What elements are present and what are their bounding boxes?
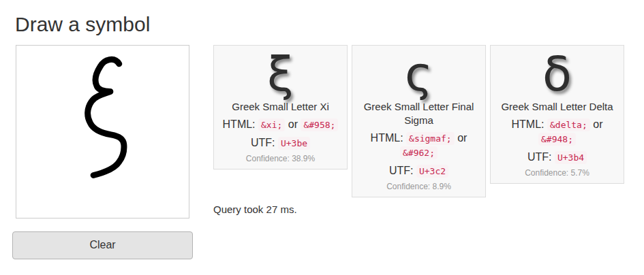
query-status: Query took 27 ms. (213, 204, 628, 215)
html-label: HTML: (371, 132, 403, 144)
drawn-symbol (16, 46, 189, 218)
result-symbol-name: Greek Small Letter Xi (221, 100, 340, 114)
html-label: HTML: (512, 118, 545, 130)
result-glyph: ς (359, 46, 478, 100)
clear-button[interactable]: Clear (12, 231, 193, 259)
drawn-symbol-stroke (88, 59, 124, 175)
result-glyph: δ (497, 46, 617, 100)
html-entity-numeric: &#962; (400, 146, 438, 159)
html-entity-named: &delta; (547, 118, 590, 131)
main-content: Clear ξ Greek Small Letter Xi HTML: &xi;… (12, 45, 644, 259)
or-word: or (593, 118, 602, 130)
result-html-line: HTML: &xi; or &#958; (221, 118, 340, 132)
result-html-line: HTML: &delta; or &#948; (497, 118, 617, 146)
html-entity-named: &xi; (258, 118, 285, 131)
result-utf-line: UTF: U+3c2 (359, 164, 478, 178)
page-title: Draw a symbol (15, 14, 644, 35)
result-html-line: HTML: &sigmaf; or &#962; (359, 131, 478, 160)
result-cards: ξ Greek Small Letter Xi HTML: &xi; or &#… (213, 45, 628, 197)
utf-label: UTF: (527, 151, 552, 163)
result-card: ς Greek Small Letter Final Sigma HTML: &… (352, 45, 486, 197)
result-utf-line: UTF: U+3b4 (497, 150, 617, 165)
html-entity-named: &sigmaf; (406, 132, 455, 145)
utf-code: U+3be (278, 137, 310, 150)
or-word: or (457, 132, 467, 144)
confidence-text: Confidence: 5.7% (497, 168, 617, 178)
result-card: ξ Greek Small Letter Xi HTML: &xi; or &#… (213, 45, 348, 169)
results-panel: ξ Greek Small Letter Xi HTML: &xi; or &#… (213, 45, 628, 215)
utf-code: U+3b4 (555, 151, 587, 164)
confidence-text: Confidence: 38.9% (221, 154, 340, 163)
result-symbol-name: Greek Small Letter Delta (497, 100, 617, 114)
utf-label: UTF: (251, 137, 275, 148)
utf-label: UTF: (389, 165, 414, 176)
result-utf-line: UTF: U+3be (221, 136, 340, 150)
drawing-panel: Clear (12, 45, 193, 259)
html-entity-numeric: &#958; (301, 118, 338, 131)
html-label: HTML: (223, 118, 256, 130)
result-glyph: ξ (221, 46, 340, 100)
drawing-canvas[interactable] (16, 45, 189, 219)
html-entity-numeric: &#948; (538, 133, 576, 146)
or-word: or (288, 118, 298, 130)
result-card: δ Greek Small Letter Delta HTML: &delta;… (490, 45, 624, 184)
utf-code: U+3c2 (416, 165, 448, 178)
confidence-text: Confidence: 8.9% (359, 182, 478, 191)
result-symbol-name: Greek Small Letter Final Sigma (359, 100, 478, 127)
